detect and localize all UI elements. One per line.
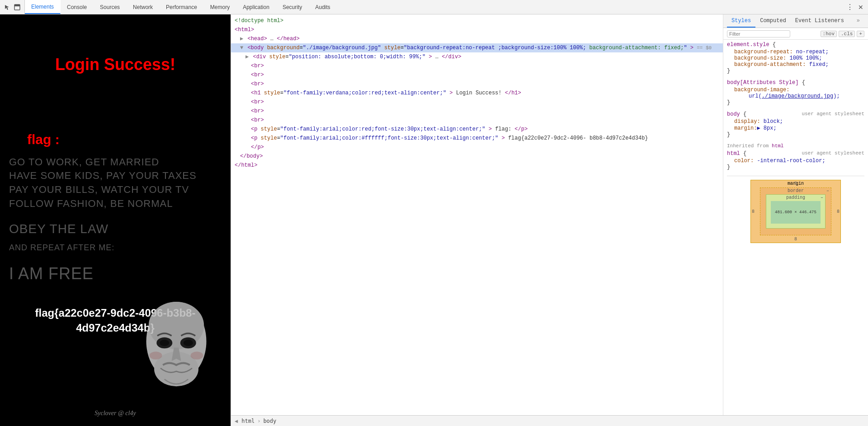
tab-more[interactable]: »	[852, 14, 864, 28]
page-title: Login Success!	[0, 55, 231, 74]
breadcrumb-body[interactable]: body	[263, 418, 276, 424]
style-rule-body-ua: body { user agent stylesheet display: bl…	[727, 111, 864, 138]
devtools-panel: <!doctype html> <html> ▶ <head> … </head…	[231, 14, 868, 426]
elements-panel: <!doctype html> <html> ▶ <head> … </head…	[231, 14, 868, 415]
background-image-link[interactable]: ./image/background.jpg	[762, 93, 833, 99]
mask-image	[131, 281, 222, 417]
dock-icon[interactable]	[14, 4, 21, 11]
svg-point-9	[150, 351, 162, 360]
dom-line-br4[interactable]: <br>	[231, 98, 723, 107]
flag-label: flag :	[27, 132, 60, 147]
watermark: Syclover @ cl4y	[0, 410, 231, 417]
more-tabs-button[interactable]: ⋮	[844, 3, 855, 11]
styles-filter-input[interactable]	[727, 30, 790, 37]
breadcrumb-html[interactable]: html	[241, 418, 255, 424]
tab-computed[interactable]: Computed	[755, 14, 791, 28]
styles-filter: :hov .cls +	[723, 28, 868, 40]
box-model-content-size: 481.600 × 446.475	[775, 210, 816, 215]
dom-line-html[interactable]: <html>	[231, 25, 723, 34]
box-model: margin 8 8 8 8 border –	[727, 176, 864, 247]
filter-hov-button[interactable]: :hov	[821, 31, 837, 37]
tab-security[interactable]: Security	[276, 0, 309, 14]
close-icon[interactable]: ✕	[857, 4, 864, 11]
filter-buttons: :hov .cls +	[821, 31, 864, 37]
toolbar-right: ⋮ ✕	[839, 3, 868, 11]
dom-line-doctype[interactable]: <!doctype html>	[231, 16, 723, 25]
devtools-toolbar: Elements Console Sources Network Perform…	[0, 0, 868, 14]
inherited-from-label: Inherited from html	[727, 143, 864, 149]
tab-network[interactable]: Network	[127, 0, 160, 14]
tab-styles[interactable]: Styles	[727, 14, 755, 28]
style-rule-html-ua: html { user agent stylesheet color: -int…	[727, 150, 864, 170]
dom-line-body[interactable]: ▼ <body background="./image/background.j…	[231, 43, 723, 52]
dom-line-br2[interactable]: <br>	[231, 70, 723, 80]
tab-application[interactable]: Application	[236, 0, 276, 14]
dom-line-br6[interactable]: <br>	[231, 116, 723, 125]
main-content: GO TO WORK, GET MARRIED HAVE SOME KIDS, …	[0, 14, 868, 426]
tab-console[interactable]: Console	[61, 0, 94, 14]
svg-point-8	[184, 340, 193, 346]
dom-line-p-flag-label[interactable]: <p style="font-family:arial;color:red;fo…	[231, 125, 723, 134]
webpage-panel: GO TO WORK, GET MARRIED HAVE SOME KIDS, …	[0, 14, 231, 426]
dom-line-br5[interactable]: <br>	[231, 107, 723, 116]
tab-audits[interactable]: Audits	[309, 0, 337, 14]
style-rule-body-attr: body[Attributes Style] { background-imag…	[727, 80, 864, 106]
style-rule-element: element.style { background-repeat: no-re…	[727, 42, 864, 74]
dom-line-body-close[interactable]: </body>	[231, 152, 723, 161]
filter-add-button[interactable]: +	[857, 31, 864, 37]
cursor-icon[interactable]	[4, 4, 11, 11]
dom-line-div[interactable]: ▶ <div style="position: absolute;bottom:…	[231, 52, 723, 61]
styles-content: element.style { background-repeat: no-re…	[723, 40, 868, 415]
tab-elements[interactable]: Elements	[25, 0, 61, 14]
svg-rect-1	[14, 5, 20, 6]
tab-event-listeners[interactable]: Event Listeners	[791, 14, 849, 28]
box-model-diagram: margin 8 8 8 8 border –	[750, 180, 841, 243]
tab-memory[interactable]: Memory	[204, 0, 236, 14]
dom-line-head[interactable]: ▶ <head> … </head>	[231, 34, 723, 43]
dom-line-br3[interactable]: <br>	[231, 80, 723, 89]
tab-performance[interactable]: Performance	[160, 0, 204, 14]
toolbar-icons	[0, 0, 25, 14]
bottom-bar-arrow[interactable]: ◀	[235, 418, 238, 424]
svg-point-7	[160, 340, 169, 346]
devtools-tabs: Elements Console Sources Network Perform…	[25, 0, 839, 14]
dom-line-h1[interactable]: <h1 style="font-family:verdana;color:red…	[231, 89, 723, 98]
dom-tree[interactable]: <!doctype html> <html> ▶ <head> … </head…	[231, 14, 723, 415]
svg-point-10	[191, 351, 203, 360]
dom-line-br1[interactable]: <br>	[231, 61, 723, 70]
dom-line-p-close[interactable]: </p>	[231, 143, 723, 152]
styles-panel: Styles Computed Event Listeners » :hov .…	[723, 14, 868, 415]
breadcrumb-bar: ◀ html › body	[231, 415, 868, 426]
dom-line-p-flag-value[interactable]: <p style="font-family:arial;color:#fffff…	[231, 134, 723, 143]
tab-sources[interactable]: Sources	[94, 0, 127, 14]
filter-cls-button[interactable]: .cls	[839, 31, 855, 37]
dom-line-html-close[interactable]: </html>	[231, 161, 723, 170]
styles-tabs: Styles Computed Event Listeners »	[723, 14, 868, 28]
